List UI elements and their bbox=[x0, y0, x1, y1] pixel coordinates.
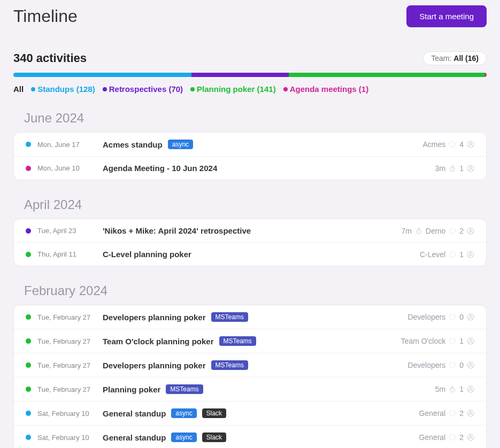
activity-team: Developers bbox=[407, 361, 445, 369]
activity-title-wrap: Agenda Meeting - 10 Jun 2024 bbox=[103, 164, 217, 173]
people-icon bbox=[467, 434, 474, 441]
activity-title-wrap: General standupasyncSlack bbox=[103, 432, 226, 442]
activity-title: Agenda Meeting - 10 Jun 2024 bbox=[103, 164, 217, 173]
svg-point-17 bbox=[470, 339, 472, 342]
activity-title: Acmes standup bbox=[103, 140, 163, 149]
activity-distribution-bar bbox=[13, 73, 487, 77]
activity-row[interactable]: Mon, June 10Agenda Meeting - 10 Jun 2024… bbox=[14, 157, 486, 180]
activity-type-dot-icon bbox=[26, 387, 31, 392]
month-heading: June 2024 bbox=[24, 111, 487, 126]
activity-date: Mon, June 17 bbox=[37, 141, 96, 149]
activity-row[interactable]: Tue, February 27Developers planning poke… bbox=[14, 353, 486, 377]
activity-type-dot-icon bbox=[26, 166, 31, 171]
activity-title-wrap: Developers planning pokerMSTeams bbox=[103, 312, 248, 322]
team-filter-pill[interactable]: Team: All (16) bbox=[423, 51, 487, 65]
svg-point-10 bbox=[450, 251, 456, 257]
activity-type-dot-icon bbox=[26, 142, 31, 147]
activity-meta: 3m1 bbox=[435, 164, 474, 173]
svg-point-23 bbox=[470, 388, 472, 390]
activity-title: C-Level planning poker bbox=[103, 250, 191, 259]
people-icon bbox=[467, 251, 474, 258]
activity-title: General standup bbox=[103, 433, 166, 442]
people-icon bbox=[467, 361, 474, 369]
activity-group: Mon, June 17Acmes standupasyncAcmes4Mon,… bbox=[13, 132, 487, 180]
people-icon bbox=[467, 165, 474, 172]
activity-date: Tue, April 23 bbox=[37, 227, 96, 235]
activity-row[interactable]: Sat, February 10General standupasyncSlac… bbox=[14, 426, 486, 448]
activity-date: Tue, February 27 bbox=[37, 385, 96, 393]
activity-duration: 3m bbox=[435, 164, 445, 173]
filter-standups[interactable]: Standups (128) bbox=[31, 84, 95, 94]
people-icon bbox=[467, 227, 474, 235]
svg-point-0 bbox=[450, 142, 456, 148]
async-badge: async bbox=[171, 408, 196, 418]
activity-title-wrap: General standupasyncSlack bbox=[103, 408, 226, 418]
activity-title: 'Nikos + Mike: April 2024' retrospective bbox=[103, 226, 251, 235]
activity-team: General bbox=[419, 433, 445, 442]
activity-row[interactable]: Mon, June 17Acmes standupasyncAcmes4 bbox=[14, 133, 486, 157]
team-icon bbox=[449, 141, 456, 148]
activity-title-wrap: 'Nikos + Mike: April 2024' retrospective bbox=[103, 226, 251, 235]
start-meeting-button[interactable]: Start a meeting bbox=[406, 5, 487, 27]
activity-meta: General2 bbox=[419, 409, 474, 418]
filter-agenda-meetings[interactable]: Agenda meetings (1) bbox=[283, 84, 369, 94]
activity-meta: C-Level1 bbox=[420, 250, 474, 259]
dot-icon bbox=[283, 87, 288, 91]
activity-date: Tue, February 27 bbox=[37, 337, 96, 345]
people-icon bbox=[467, 337, 474, 345]
activity-meta: Acmes4 bbox=[422, 140, 474, 149]
activity-meta: Developers0 bbox=[407, 313, 474, 321]
filter-all[interactable]: All bbox=[13, 84, 24, 94]
svg-point-6 bbox=[417, 229, 421, 234]
stopwatch-icon bbox=[415, 227, 422, 235]
activity-type-dot-icon bbox=[26, 314, 31, 320]
activities-count: 340 activities bbox=[13, 51, 87, 65]
activity-meta: Developers0 bbox=[407, 361, 474, 369]
team-icon bbox=[449, 313, 456, 321]
page-header: Timeline Start a meeting bbox=[13, 0, 487, 27]
msteams-badge: MSTeams bbox=[219, 336, 256, 346]
summary-row: 340 activities Team: All (16) bbox=[13, 51, 487, 65]
activity-row[interactable]: Tue, February 27Planning pokerMSTeams5m1 bbox=[14, 377, 486, 401]
activity-title-wrap: Team O'clock planning pokerMSTeams bbox=[103, 336, 256, 346]
activity-row[interactable]: Tue, April 23'Nikos + Mike: April 2024' … bbox=[14, 219, 486, 243]
activity-people-count: 4 bbox=[459, 140, 464, 149]
activity-type-dot-icon bbox=[26, 252, 31, 257]
filter-tabs: All Standups (128) Retrospectives (70) P… bbox=[13, 84, 487, 94]
filter-retros-label: Retrospectives (70) bbox=[109, 84, 183, 94]
activity-title: General standup bbox=[103, 409, 166, 418]
filter-planning-poker[interactable]: Planning poker (141) bbox=[190, 84, 276, 94]
stopwatch-icon bbox=[449, 165, 456, 172]
activity-people-count: 2 bbox=[459, 433, 464, 442]
segment-standups bbox=[13, 73, 191, 77]
activity-team: Team O'clock bbox=[401, 337, 446, 345]
team-icon bbox=[449, 361, 456, 369]
svg-point-26 bbox=[470, 412, 472, 414]
activity-people-count: 0 bbox=[459, 313, 464, 321]
activity-date: Mon, June 10 bbox=[37, 164, 96, 172]
async-badge: async bbox=[168, 140, 193, 149]
svg-point-13 bbox=[450, 314, 456, 320]
activity-title: Team O'clock planning poker bbox=[103, 337, 214, 346]
svg-point-25 bbox=[450, 411, 456, 416]
activity-row[interactable]: Tue, February 27Developers planning poke… bbox=[14, 305, 486, 329]
activity-title-wrap: Developers planning pokerMSTeams bbox=[103, 360, 248, 370]
activity-people-count: 1 bbox=[459, 385, 464, 393]
activity-people-count: 1 bbox=[459, 164, 464, 173]
activity-row[interactable]: Thu, April 11C-Level planning pokerC-Lev… bbox=[14, 243, 486, 266]
activity-team: Acmes bbox=[422, 140, 445, 149]
filter-retrospectives[interactable]: Retrospectives (70) bbox=[103, 84, 183, 94]
svg-point-19 bbox=[450, 362, 456, 368]
activity-date: Tue, February 27 bbox=[37, 361, 96, 369]
svg-point-1 bbox=[470, 143, 472, 145]
activity-team: C-Level bbox=[420, 250, 445, 259]
team-icon bbox=[449, 251, 456, 258]
activity-date: Tue, February 27 bbox=[37, 313, 96, 321]
activity-team: General bbox=[419, 409, 445, 418]
activity-row[interactable]: Tue, February 27Team O'clock planning po… bbox=[14, 329, 486, 353]
activity-row[interactable]: Sat, February 10General standupasyncSlac… bbox=[14, 401, 486, 426]
async-badge: async bbox=[171, 432, 196, 442]
activity-date: Sat, February 10 bbox=[37, 410, 96, 418]
activity-type-dot-icon bbox=[26, 435, 31, 440]
activity-date: Sat, February 10 bbox=[37, 434, 96, 442]
